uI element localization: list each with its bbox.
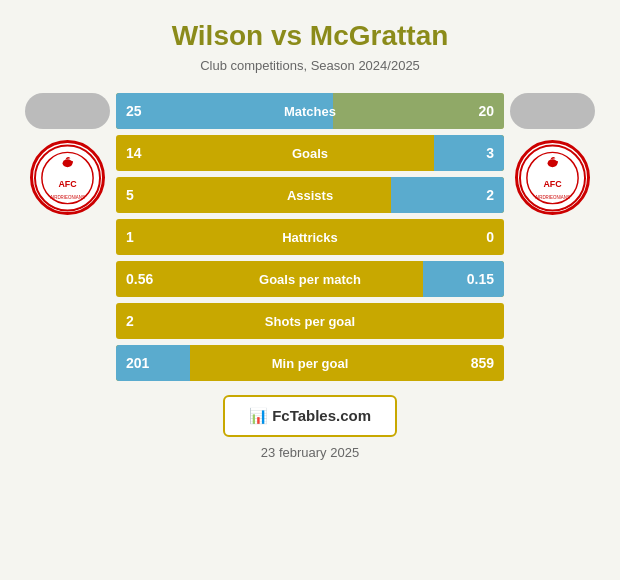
stat-row-assists: 5 Assists 2 (116, 177, 504, 213)
spg-label: Shots per goal (116, 314, 504, 329)
footer-date: 23 february 2025 (261, 445, 359, 460)
stat-row-goals: 14 Goals 3 (116, 135, 504, 171)
left-logo-container: AFC AIRDRIEONIANS (25, 135, 110, 215)
matches-label: Matches (166, 104, 454, 119)
stat-row-shots-per-goal: 2 Shots per goal (116, 303, 504, 339)
matches-left-value: 25 (116, 103, 166, 119)
mpg-label: Min per goal (116, 356, 504, 371)
hattricks-label: Hattricks (116, 230, 504, 245)
mpg-right-value: 859 (471, 355, 494, 371)
stat-row-matches: 25 Matches 20 (116, 93, 504, 129)
right-logo-container: AFC AIRDRIEONIANS (510, 135, 595, 215)
gpm-label: Goals per match (116, 272, 504, 287)
svg-text:AIRDRIEONIANS: AIRDRIEONIANS (50, 194, 85, 199)
page-title: Wilson vs McGrattan (172, 20, 449, 52)
svg-point-7 (548, 159, 558, 167)
svg-point-2 (63, 159, 73, 167)
svg-text:AIRDRIEONIANS: AIRDRIEONIANS (535, 194, 570, 199)
svg-text:AFC: AFC (58, 178, 77, 188)
gpm-right-value: 0.15 (467, 271, 494, 287)
assists-right-value: 2 (486, 187, 494, 203)
goals-label: Goals (116, 146, 504, 161)
hattricks-right-value: 0 (486, 229, 494, 245)
stat-row-min-per-goal: 201 Min per goal 859 (116, 345, 504, 381)
left-badge (25, 93, 110, 129)
watermark-text: FcTables.com (272, 407, 371, 424)
left-team-logo: AFC AIRDRIEONIANS (30, 140, 105, 215)
goals-right-value: 3 (486, 145, 494, 161)
right-team-logo: AFC AIRDRIEONIANS (515, 140, 590, 215)
svg-text:AFC: AFC (543, 178, 562, 188)
right-badge (510, 93, 595, 129)
stats-rows: 14 Goals 3 5 Assists 2 1 Hattricks 0 0.5… (116, 135, 504, 297)
watermark-box: 📊 FcTables.com (223, 395, 397, 437)
subtitle: Club competitions, Season 2024/2025 (200, 58, 420, 73)
assists-label: Assists (116, 188, 504, 203)
stat-row-hattricks: 1 Hattricks 0 (116, 219, 504, 255)
watermark-icon: 📊 (249, 407, 272, 424)
matches-right-value: 20 (454, 103, 504, 119)
stat-row-goals-per-match: 0.56 Goals per match 0.15 (116, 261, 504, 297)
